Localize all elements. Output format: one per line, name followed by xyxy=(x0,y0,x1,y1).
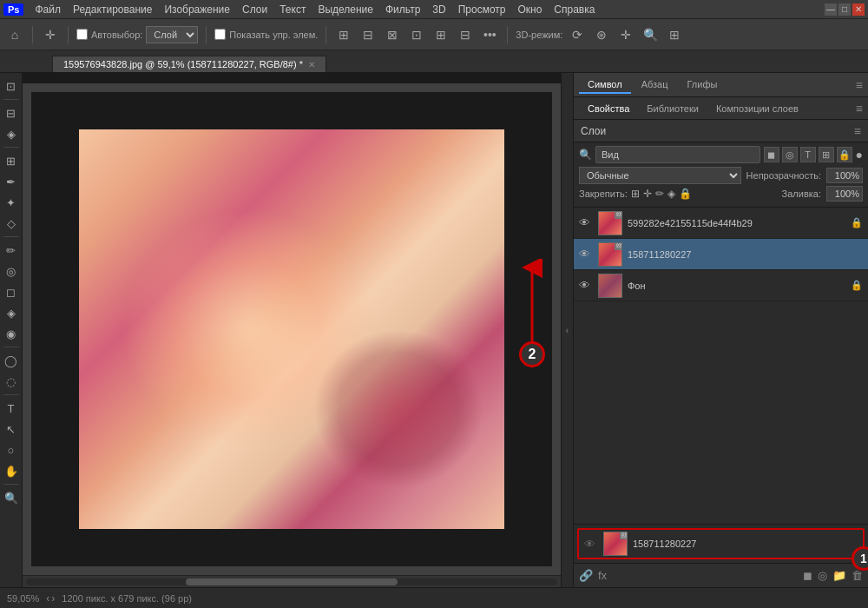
3d-icon-5[interactable]: ⊞ xyxy=(665,25,684,44)
tool-ellipse[interactable]: ○ xyxy=(2,440,21,459)
tool-blur[interactable]: ◉ xyxy=(2,324,21,343)
layer-vis-icon-3[interactable]: 👁 xyxy=(579,279,593,292)
filter-lock-icon[interactable]: 🔒 xyxy=(837,147,852,162)
fx-icon[interactable]: fx xyxy=(598,569,607,582)
tool-select-arrow[interactable]: ↖ xyxy=(2,420,21,439)
tab-close-icon[interactable]: ✕ xyxy=(308,60,315,69)
tool-fill[interactable]: ◈ xyxy=(2,303,21,322)
tool-text[interactable]: T xyxy=(2,399,21,418)
filter-pixel-icon[interactable]: ◼ xyxy=(764,147,779,162)
align-right-icon[interactable]: ⊠ xyxy=(383,25,402,44)
tool-dodge[interactable]: ◯ xyxy=(2,351,21,370)
align-center-icon[interactable]: ⊟ xyxy=(358,25,378,44)
tool-crop[interactable]: ⊞ xyxy=(2,151,21,170)
close-button[interactable]: ✕ xyxy=(852,3,865,16)
3d-icon-2[interactable]: ⊛ xyxy=(592,25,611,44)
tool-pen[interactable]: ✒ xyxy=(2,172,21,191)
filter-text-icon[interactable]: T xyxy=(800,147,816,162)
tab-symbol[interactable]: Символ xyxy=(579,76,631,94)
layer-lock-icon-3[interactable]: 🔒 xyxy=(851,280,863,291)
tool-lasso[interactable]: ⊟ xyxy=(2,103,21,122)
menu-filter[interactable]: Фильтр xyxy=(379,2,426,17)
menu-select[interactable]: Выделение xyxy=(312,2,379,17)
tool-marquee[interactable]: ⊡ xyxy=(2,76,21,96)
link-icon[interactable]: 🔗 xyxy=(579,569,593,582)
menu-window[interactable]: Окно xyxy=(511,2,548,17)
bottom-layer-item[interactable]: 👁 ⛓ 158711280227 1 xyxy=(577,528,865,559)
layer-item[interactable]: 👁 Фон 🔒 xyxy=(574,270,868,301)
tool-brush[interactable]: ✏ xyxy=(2,241,21,260)
layer-lock-icon-1[interactable]: 🔒 xyxy=(851,217,863,228)
tool-stamp[interactable]: ◎ xyxy=(2,261,21,281)
blend-mode-select[interactable]: Обычные xyxy=(579,167,741,184)
tool-hand[interactable]: ✋ xyxy=(2,461,21,480)
autofill-checkbox[interactable] xyxy=(76,29,88,40)
tool-eraser[interactable]: ◻ xyxy=(2,282,21,301)
move-icon[interactable]: ✛ xyxy=(41,25,60,44)
3d-icon-3[interactable]: ✛ xyxy=(616,25,635,44)
panel-top-menu-icon[interactable]: ≡ xyxy=(856,78,863,92)
align-left-icon[interactable]: ⊞ xyxy=(334,25,353,44)
tab-paragraph[interactable]: Абзац xyxy=(633,76,677,94)
minimize-button[interactable]: — xyxy=(825,3,837,16)
align-middle-icon[interactable]: ⊞ xyxy=(431,25,450,44)
layer-vis-icon-2[interactable]: 👁 xyxy=(579,248,593,261)
subtab-libraries[interactable]: Библиотеки xyxy=(638,101,707,116)
layers-search-input[interactable] xyxy=(595,146,760,163)
fill-input[interactable] xyxy=(826,186,863,202)
layer-select[interactable]: Слой xyxy=(146,26,198,43)
scrollbar-track-h[interactable] xyxy=(26,578,557,585)
3d-icon-4[interactable]: 🔍 xyxy=(641,25,660,44)
more-icon[interactable]: ••• xyxy=(480,25,499,44)
layer-item[interactable]: 👁 ⛓ 158711280227 xyxy=(574,239,868,270)
filter-shape-icon[interactable]: ⊞ xyxy=(819,147,834,162)
scrollbar-thumb-h[interactable] xyxy=(186,578,398,585)
tool-magic-wand[interactable]: ◈ xyxy=(2,124,21,143)
add-mask-icon[interactable]: ◼ xyxy=(803,569,812,582)
folder-icon[interactable]: 📁 xyxy=(832,569,846,582)
layers-bottom: 👁 ⛓ 158711280227 1 xyxy=(574,524,868,563)
tool-smudge[interactable]: ◌ xyxy=(2,372,21,391)
opacity-input[interactable] xyxy=(826,168,863,183)
tab-glyphs[interactable]: Глифы xyxy=(679,76,727,94)
tool-path[interactable]: ◇ xyxy=(2,214,21,233)
next-btn[interactable]: › xyxy=(51,592,55,605)
tool-type[interactable]: ✦ xyxy=(2,193,21,212)
filter-toggle-icon[interactable]: ● xyxy=(856,148,863,162)
menu-view[interactable]: Просмотр xyxy=(452,2,512,17)
distribute-icon[interactable]: ⊟ xyxy=(456,25,475,44)
canvas-scroll-area[interactable] xyxy=(23,83,561,575)
tool-zoom[interactable]: 🔍 xyxy=(2,488,21,507)
document-tab[interactable]: 159576943828.jpg @ 59,1% (158711280227, … xyxy=(52,56,326,72)
delete-icon[interactable]: 🗑 xyxy=(852,569,863,582)
menu-edit[interactable]: Редактирование xyxy=(67,2,158,17)
show-elements-checkbox[interactable] xyxy=(214,29,226,40)
3d-icon-1[interactable]: ⟳ xyxy=(568,25,587,44)
lock-art-icon[interactable]: ✏ xyxy=(655,188,664,200)
menu-text[interactable]: Текст xyxy=(273,2,312,17)
menu-image[interactable]: Изображение xyxy=(158,2,236,17)
layer-item[interactable]: 👁 ⛓ 599282e42155115de44f4b29 🔒 xyxy=(574,208,868,239)
maximize-button[interactable]: □ xyxy=(838,3,851,16)
layer-vis-icon-bottom[interactable]: 👁 xyxy=(584,538,598,551)
align-top-icon[interactable]: ⊡ xyxy=(407,25,426,44)
subtab-compositions[interactable]: Композиции слоев xyxy=(707,101,807,116)
panel-sub-menu-icon[interactable]: ≡ xyxy=(856,102,863,116)
prev-btn[interactable]: ‹ xyxy=(46,592,49,605)
subtab-properties[interactable]: Свойства xyxy=(579,101,638,116)
home-icon[interactable]: ⌂ xyxy=(5,25,24,44)
menu-layers[interactable]: Слои xyxy=(236,2,273,17)
menu-3d[interactable]: 3D xyxy=(426,2,451,17)
collapse-strip[interactable]: ‹ xyxy=(561,73,573,587)
lock-all-icon[interactable]: 🔒 xyxy=(679,188,692,200)
layer-vis-icon-1[interactable]: 👁 xyxy=(579,216,593,229)
canvas-scrollbar-h[interactable] xyxy=(23,575,561,587)
lock-pos-icon[interactable]: ⊞ xyxy=(631,188,640,200)
lock-move-icon[interactable]: ✛ xyxy=(643,188,652,200)
menu-file[interactable]: Файл xyxy=(29,2,67,17)
menu-help[interactable]: Справка xyxy=(548,2,601,17)
lock-filter-icon[interactable]: ◈ xyxy=(667,188,675,200)
filter-adjust-icon[interactable]: ◎ xyxy=(782,147,798,162)
adjustment-icon[interactable]: ◎ xyxy=(818,569,827,582)
layers-menu-icon[interactable]: ≡ xyxy=(854,124,861,138)
